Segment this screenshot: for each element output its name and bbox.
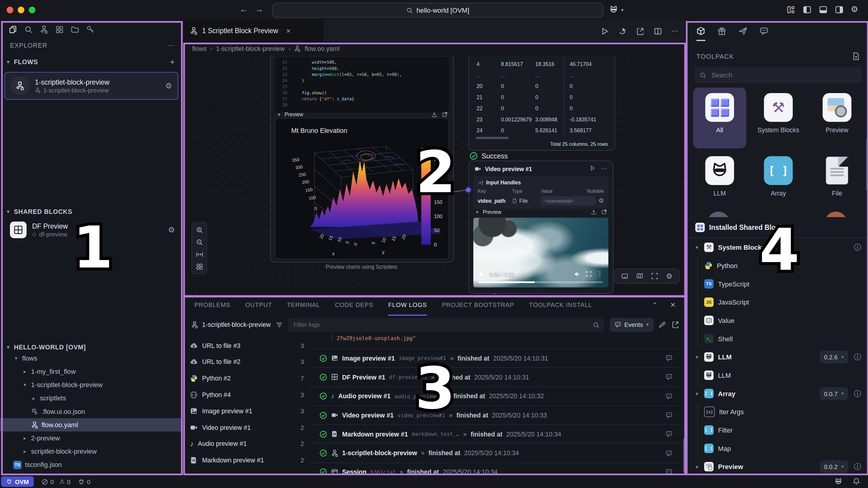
block-llm[interactable]: LLM	[688, 366, 868, 384]
chat-tab-icon[interactable]	[760, 27, 768, 41]
info-icon[interactable]: ⓘ	[852, 352, 863, 362]
download-icon[interactable]	[431, 111, 437, 117]
block-filter[interactable]: [ ]Filter	[688, 421, 868, 439]
tile-llm[interactable]: LLM	[693, 151, 746, 198]
log-entry-audio-preview[interactable]: ♪ Audio preview #1audio_preview#1 »finis…	[311, 387, 687, 406]
log-block-audio-preview[interactable]: ♪Audio preview #12	[183, 436, 311, 452]
log-block-python-2[interactable]: Python #27	[183, 370, 311, 386]
fullscreen-icon[interactable]	[586, 271, 592, 277]
log-block-video-preview[interactable]: Video preview #12	[183, 419, 311, 436]
new-toolpack-icon[interactable]	[852, 52, 861, 61]
tab-flow-logs[interactable]: FLOW LOGS	[388, 295, 427, 316]
tab-terminal[interactable]: TERMINAL	[287, 295, 320, 316]
flows-section-header[interactable]: ▾ FLOWS +	[0, 53, 183, 70]
info-icon[interactable]: ⓘ	[852, 242, 863, 252]
scriptlet-node[interactable]: 21 width=500,22 height=500,23 margin=dic…	[270, 55, 454, 263]
array-version-dropdown[interactable]: 0.0.7▾	[819, 387, 848, 400]
group-llm[interactable]: ▾ LLM 0.2.6▾ ⓘ	[688, 348, 868, 366]
zoom-in-icon[interactable]	[194, 224, 205, 235]
shared-blocks-section-header[interactable]: ▾ SHARED BLOCKS	[0, 204, 183, 219]
log-block-markdown-preview[interactable]: Markdown preview #12	[183, 452, 311, 468]
video-progress-bar[interactable]	[479, 281, 603, 283]
tile-preview[interactable]: Preview	[810, 88, 864, 135]
block-typescript[interactable]: TSTypeScript	[688, 275, 868, 293]
log-entry-df-preview[interactable]: DF Preview #1df-preview#1 »finished at20…	[311, 368, 687, 387]
split-editor-icon[interactable]	[654, 27, 662, 35]
df-preview-node[interactable]: 48.81561718.351646.71704 ............ 20…	[468, 55, 615, 151]
video-menu-icon[interactable]: ⋮	[597, 270, 603, 278]
tree-folder-scriptlet-block-preview-2[interactable]: ▸scriptlet-block-preview	[0, 444, 183, 458]
preview-version-dropdown[interactable]: 0.0.2▾	[819, 460, 848, 473]
log-entry-markdown-preview[interactable]: Markdown preview #1markdown_text_… »fini…	[311, 425, 687, 444]
flow-canvas[interactable]: 21 width=500,22 height=500,23 margin=dic…	[183, 55, 687, 295]
node-more-icon[interactable]: ⋯	[601, 165, 607, 172]
tab-output[interactable]: OUTPUT	[245, 295, 272, 316]
flow-item-selected[interactable]: 1-scriptlet-block-preview 1-scriptlet-bl…	[4, 72, 178, 100]
tree-folder-2-preview[interactable]: ▸2-preview	[0, 431, 183, 444]
add-flow-button[interactable]: +	[170, 57, 175, 66]
gift-tab-icon[interactable]	[717, 27, 726, 41]
block-map[interactable]: [ ]Map	[688, 439, 868, 458]
export-file-icon[interactable]	[636, 27, 645, 35]
frame-selection-icon[interactable]	[651, 272, 658, 280]
forward-arrow-icon[interactable]: →	[253, 4, 265, 14]
block-iter-args[interactable]: [x]Iter Args	[688, 403, 868, 421]
toggle-right-panel-icon[interactable]	[835, 5, 844, 14]
group-system-blocks[interactable]: ▾ ⚒ System Blocks ⓘ	[688, 238, 868, 257]
back-arrow-icon[interactable]: ←	[238, 4, 249, 14]
close-window-button[interactable]	[7, 7, 13, 13]
tree-file-flow-yaml-selected[interactable]: flow.oo.yaml	[0, 418, 183, 431]
tree-folder-flows[interactable]: ▾flows	[0, 352, 183, 365]
log-block-python-4[interactable]: Python #43	[183, 386, 311, 403]
tile-all[interactable]: All	[693, 88, 746, 148]
problems-status[interactable]: 0 ⚠ 0	[41, 478, 70, 485]
project-section-header[interactable]: ▾ HELLO-WORLD [OVM]	[0, 340, 183, 351]
log-entry-partial[interactable]: 2fw29jsole0-unsplash.jpg"	[311, 334, 687, 349]
handle-value-connected[interactable]: <connected>	[541, 196, 595, 205]
toggle-left-panel-icon[interactable]	[803, 5, 811, 14]
ports-status[interactable]: 0	[78, 478, 91, 485]
close-panel-icon[interactable]: ✕	[670, 301, 676, 309]
maximize-window-button[interactable]	[29, 7, 35, 13]
scriptlet-code-editor[interactable]: 21 width=500,22 height=500,23 margin=dic…	[275, 57, 449, 112]
scriptlet-preview-header[interactable]: ▾Preview	[276, 111, 448, 117]
log-entry-flow-finished[interactable]: 1-scriptlet-block-preview »finished at20…	[311, 444, 687, 463]
overview-grid-icon[interactable]	[194, 261, 205, 272]
toolpack-tab-icon[interactable]	[696, 27, 705, 41]
log-entry-session[interactable]: Sessionb361c1a1 »finished at2025/5/20 14…	[311, 463, 687, 476]
shared-block-df-preview[interactable]: DF Preview ◇df-preview ⚙	[0, 218, 183, 241]
connection-handle-dot[interactable]	[466, 188, 471, 192]
video-player[interactable]: 0:00 / 0:33 ⋮	[473, 218, 609, 288]
tab-problems[interactable]: PROBLEMS	[194, 295, 230, 316]
log-block-url-to-file-3[interactable]: URL to file #33	[183, 337, 311, 354]
df-horizontal-scrollbar[interactable]	[475, 137, 508, 139]
shared-block-settings-icon[interactable]: ⚙	[168, 225, 175, 234]
flow-graph-icon[interactable]	[40, 26, 48, 34]
comment-icon[interactable]	[665, 450, 673, 457]
tab-code-deps[interactable]: CODE DEPS	[335, 295, 373, 316]
clear-logs-icon[interactable]	[659, 321, 666, 328]
blocks-icon[interactable]	[55, 26, 64, 34]
zoom-out-icon[interactable]	[194, 236, 205, 248]
close-tab-icon[interactable]: ✕	[286, 27, 291, 35]
tab-scriptlet-block-preview[interactable]: 1 Scriptlet Block Preview ✕	[183, 20, 324, 42]
events-dropdown[interactable]: Events ▾	[609, 317, 654, 332]
minimize-window-button[interactable]	[18, 7, 24, 13]
log-scrollbar[interactable]	[683, 438, 685, 472]
block-shell[interactable]: >_Shell	[688, 329, 868, 348]
handle-settings-icon[interactable]: ⚙	[598, 197, 604, 204]
llm-version-dropdown[interactable]: 0.2.6▾	[819, 351, 848, 363]
settings-gear-icon[interactable]: ⚙	[851, 4, 858, 15]
open-external-icon[interactable]	[601, 209, 607, 215]
key-icon[interactable]	[86, 26, 95, 34]
log-entry-image-preview[interactable]: Image preview #1image_preview#1 »finishe…	[311, 349, 687, 368]
open-external-icon[interactable]	[442, 111, 448, 117]
ovm-badge[interactable]: OVM	[1, 476, 34, 487]
flow-item-settings-icon[interactable]: ⚙	[165, 81, 172, 90]
tab-project-bootstrap[interactable]: PROJECT BOOTSTRAP	[442, 295, 514, 316]
download-icon[interactable]	[591, 209, 597, 215]
canvas-settings-gear-icon[interactable]: ⚙	[666, 272, 672, 281]
publish-tab-icon[interactable]	[739, 27, 747, 41]
log-block-url-to-file-2[interactable]: URL to file #23	[183, 354, 311, 370]
mascot-menu-chevron-icon[interactable]: ▾	[621, 7, 623, 13]
